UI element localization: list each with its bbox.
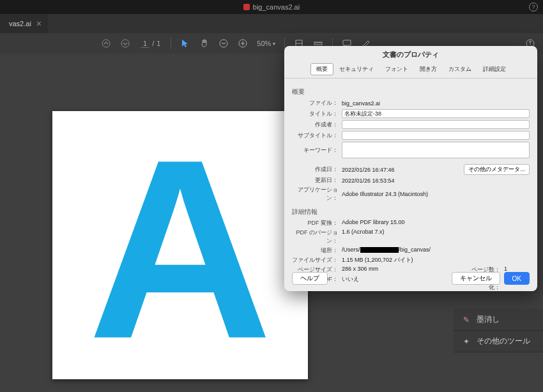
zoom-out-icon[interactable] <box>216 36 231 51</box>
ok-button[interactable]: OK <box>504 272 530 285</box>
app-icon <box>243 4 250 10</box>
zoom-level-dropdown[interactable]: 50% ▾ <box>257 40 275 47</box>
filesize-value: 1.15 MB (1,200,702 バイト) <box>342 256 530 264</box>
keyword-input[interactable] <box>342 142 530 158</box>
zoom-in-icon[interactable] <box>235 36 250 51</box>
app-titlebar: big_canvas2.ai ? <box>0 0 543 14</box>
dialog-body: 概要 ファイル：big_canvas2.ai タイトル： 作成者： サブタイトル… <box>284 79 537 297</box>
page-view[interactable]: A <box>52 111 308 379</box>
title-filename: big_canvas2.ai <box>253 3 300 11</box>
detail-section-label: 詳細情報 <box>292 207 530 216</box>
hand-tool-icon[interactable] <box>197 36 212 51</box>
pdf-version-value: 1.6 (Acrobat 7.x) <box>342 229 530 245</box>
page-down-icon[interactable] <box>118 36 133 51</box>
tab-close-icon[interactable]: × <box>36 19 42 29</box>
tab-advanced[interactable]: 詳細設定 <box>477 63 512 75</box>
updated-value: 2022/01/26 16:53:54 <box>342 177 395 184</box>
wrench-icon: ✦ <box>461 336 471 347</box>
page-total: 1 <box>157 40 160 47</box>
svg-point-1 <box>121 40 129 47</box>
tab-open-method[interactable]: 開き方 <box>414 63 443 75</box>
help-icon[interactable]: ? <box>529 3 538 11</box>
author-input[interactable] <box>342 120 530 129</box>
right-tools-panel: ✎ 墨消し ✦ その他のツール <box>454 309 543 352</box>
page-current[interactable]: 1 <box>141 40 149 48</box>
tab-security[interactable]: セキュリティ <box>333 63 379 75</box>
divider <box>171 38 171 49</box>
redact-icon: ✎ <box>461 315 471 325</box>
help-button[interactable]: ヘルプ <box>292 272 328 285</box>
chevron-down-icon: ▾ <box>273 41 275 47</box>
tab-overview[interactable]: 概要 <box>310 63 333 75</box>
redacted-path <box>360 247 399 253</box>
pdf-convert-value: Adobe PDF library 15.00 <box>342 219 530 227</box>
panel-item-other-tools[interactable]: ✦ その他のツール <box>454 331 543 352</box>
created-value: 2022/01/26 16:47:46 <box>342 167 395 173</box>
location-value: /Users//big_canvas/ <box>342 246 530 255</box>
panel-item-redact[interactable]: ✎ 墨消し <box>454 309 543 331</box>
select-tool-icon[interactable] <box>178 36 193 51</box>
page-indicator: 1 / 1 <box>141 40 160 48</box>
page-up-icon[interactable] <box>98 36 114 51</box>
application-value: Adobe Illustrator 24.3 (Macintosh) <box>342 191 428 197</box>
tab-custom[interactable]: カスタム <box>443 63 477 75</box>
other-metadata-button[interactable]: その他のメタデータ... <box>464 164 530 175</box>
dialog-footer: ヘルプ キャンセル OK <box>292 272 530 285</box>
svg-rect-6 <box>343 40 351 45</box>
overview-section-label: 概要 <box>292 87 530 96</box>
dialog-title: 文書のプロパティ <box>284 46 537 63</box>
dialog-tabs: 概要 セキュリティ フォント 開き方 カスタム 詳細設定 <box>284 63 537 79</box>
document-tabbar: vas2.ai × <box>0 14 543 33</box>
tab-font[interactable]: フォント <box>379 63 414 75</box>
title-input[interactable] <box>342 109 530 118</box>
subtitle-input[interactable] <box>342 131 530 140</box>
document-tab[interactable]: vas2.ai × <box>0 14 48 33</box>
svg-point-0 <box>102 40 110 47</box>
document-properties-dialog: 文書のプロパティ 概要 セキュリティ フォント 開き方 カスタム 詳細設定 概要… <box>284 46 537 291</box>
cancel-button[interactable]: キャンセル <box>452 272 500 285</box>
tab-label: vas2.ai <box>9 20 31 27</box>
page-content-letter: A <box>88 147 273 351</box>
file-value: big_canvas2.ai <box>342 100 530 107</box>
